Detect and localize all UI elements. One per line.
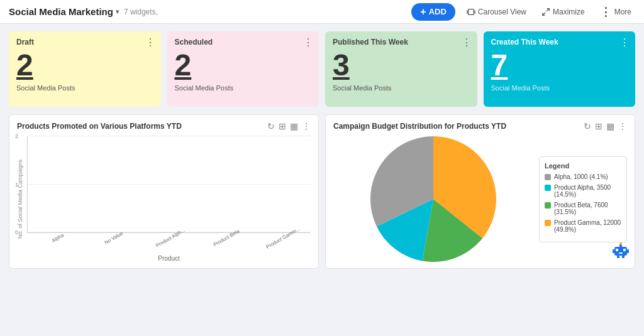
plus-icon: + [420, 6, 426, 18]
maximize-icon [541, 8, 550, 16]
svg-rect-14 [617, 256, 619, 258]
bar-chart-card: Products Promoted on Various Platforms Y… [9, 114, 319, 269]
bar-chart-view-icon[interactable]: ▦ [290, 121, 298, 131]
bar-chart-y-label: No. of Social Media Campaigns [17, 136, 27, 262]
bar-chart-table-icon[interactable]: ⊞ [279, 121, 286, 131]
carousel-view-button[interactable]: Carousel View [463, 5, 530, 19]
widget-count: 7 widgets, [124, 8, 158, 16]
created-title: Created This Week [491, 38, 628, 46]
scheduled-title: Scheduled [175, 38, 312, 46]
bar-chart-title: Products Promoted on Various Platforms Y… [17, 122, 267, 131]
more-dots-icon: ⋮ [600, 5, 612, 19]
bar-x-labels: Alpha No Value Product Alph... Product B… [27, 233, 311, 241]
legend-color-prodalpha [545, 185, 551, 191]
bar-chart-refresh-icon[interactable]: ↻ [267, 121, 275, 131]
legend-color-prodgamma [545, 220, 551, 226]
legend-color-alpha [545, 174, 551, 180]
svg-point-11 [619, 242, 622, 245]
svg-rect-7 [623, 249, 626, 251]
add-button[interactable]: + ADD [411, 3, 455, 21]
legend-label-prodbeta: Product Beta, 7600 (31.5%) [554, 202, 621, 215]
svg-rect-6 [616, 249, 618, 251]
svg-rect-0 [468, 9, 474, 14]
svg-rect-15 [622, 256, 625, 258]
svg-rect-8 [619, 252, 623, 254]
legend-label-prodgamma: Product Gamma, 12000 (49.8%) [554, 219, 621, 233]
published-number: 3 [333, 50, 470, 80]
published-menu[interactable]: ⋮ [462, 36, 472, 48]
pie-svg [370, 136, 496, 262]
svg-rect-13 [627, 249, 629, 253]
more-button[interactable]: ⋮ More [596, 3, 635, 21]
page-title: Social Media Marketing ▾ [9, 6, 119, 17]
legend-item-prodgamma: Product Gamma, 12000 (49.8%) [545, 219, 621, 233]
stat-card-published: Published This Week 3 Social Media Posts… [325, 31, 477, 107]
legend-title: Legend [545, 162, 621, 170]
created-label: Social Media Posts [491, 84, 628, 92]
pie-chart-menu-icon[interactable]: ⋮ [618, 121, 627, 131]
pie-chart-refresh-icon[interactable]: ↻ [584, 121, 591, 131]
charts-row: Products Promoted on Various Platforms Y… [9, 114, 635, 269]
bar-chart-area: No. of Social Media Campaigns 2 1 0 [17, 136, 311, 262]
pie-chart-area: Legend Alpha, 1000 (4.1%) Product Alpha,… [333, 136, 627, 262]
bar-chart-x-title: Product [27, 255, 311, 262]
bar-chart-menu-icon[interactable]: ⋮ [302, 121, 311, 131]
bar-chart-inner: 2 1 0 [27, 136, 311, 262]
bar-chart-actions: ↻ ⊞ ▦ ⋮ [267, 121, 311, 131]
draft-title: Draft [16, 38, 153, 46]
bar-chart-plot: 2 1 0 [27, 136, 311, 233]
legend-item-prodalpha: Product Alpha, 3500 (14.5%) [545, 184, 621, 198]
published-label: Social Media Posts [333, 84, 470, 92]
pie-chart-title: Campaign Budget Distribution for Product… [333, 122, 584, 131]
legend-color-prodbeta [545, 202, 551, 209]
scheduled-number: 2 [175, 50, 312, 80]
maximize-button[interactable]: Maximize [538, 5, 589, 19]
robot-icon[interactable] [611, 241, 631, 261]
scheduled-menu[interactable]: ⋮ [303, 36, 314, 48]
bar-chart-header: Products Promoted on Various Platforms Y… [17, 121, 311, 131]
header-actions: + ADD Carousel View Maximize ⋮ More [411, 3, 635, 21]
title-dropdown-icon[interactable]: ▾ [116, 8, 119, 15]
legend-label-alpha: Alpha, 1000 (4.1%) [554, 173, 608, 180]
created-number: 7 [491, 50, 628, 80]
pie-chart-view-icon[interactable]: ▦ [606, 121, 614, 131]
pie-chart-header: Campaign Budget Distribution for Product… [333, 121, 627, 131]
draft-menu[interactable]: ⋮ [145, 36, 156, 48]
bars-container [28, 136, 311, 232]
draft-label: Social Media Posts [16, 84, 153, 92]
stat-card-draft: Draft 2 Social Media Posts ⋮ [9, 31, 161, 107]
pie-chart-table-icon[interactable]: ⊞ [595, 121, 602, 131]
header: Social Media Marketing ▾ 7 widgets, + AD… [0, 0, 644, 24]
legend-container: Legend Alpha, 1000 (4.1%) Product Alpha,… [539, 156, 627, 242]
legend-item-alpha: Alpha, 1000 (4.1%) [545, 173, 621, 180]
pie-container [333, 136, 533, 262]
svg-rect-12 [613, 249, 614, 253]
published-title: Published This Week [333, 38, 470, 46]
legend-item-prodbeta: Product Beta, 7600 (31.5%) [545, 202, 621, 215]
carousel-icon [467, 8, 475, 16]
pie-chart-actions: ↻ ⊞ ▦ ⋮ [584, 121, 627, 131]
main-content: Draft 2 Social Media Posts ⋮ Scheduled 2… [0, 24, 644, 276]
scheduled-label: Social Media Posts [175, 84, 312, 92]
stat-cards-row: Draft 2 Social Media Posts ⋮ Scheduled 2… [9, 31, 635, 107]
stat-card-created: Created This Week 7 Social Media Posts ⋮ [484, 31, 636, 107]
created-menu[interactable]: ⋮ [619, 36, 630, 48]
stat-card-scheduled: Scheduled 2 Social Media Posts ⋮ [167, 31, 319, 107]
legend-label-prodalpha: Product Alpha, 3500 (14.5%) [554, 184, 621, 198]
pie-chart-card: Campaign Budget Distribution for Product… [325, 114, 635, 269]
draft-number: 2 [16, 50, 153, 80]
